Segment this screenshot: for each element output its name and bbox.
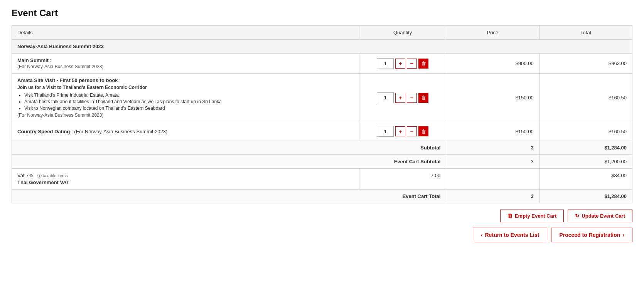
- item-name: Amata Site Visit - First 50 persons to b…: [17, 77, 118, 83]
- item-total-main-summit: $963.00: [539, 54, 632, 74]
- qty-increase-speed-dating[interactable]: +: [395, 126, 405, 136]
- vat-label: Vat 7%: [17, 173, 33, 178]
- col-header-details: Details: [12, 26, 359, 40]
- qty-decrease-speed-dating[interactable]: −: [407, 126, 417, 136]
- item-qty-cell-amata: + − 🗑: [359, 74, 446, 122]
- item-price-main-summit: $900.00: [446, 54, 539, 74]
- table-row: Amata Site Visit - First 50 persons to b…: [12, 74, 632, 122]
- nav-bar: ‹ Return to Events List Proceed to Regis…: [12, 228, 632, 242]
- event-cart-subtotal-row: Event Cart Subtotal 3 $1,200.00: [12, 155, 632, 169]
- item-total-amata: $160.50: [539, 74, 632, 122]
- item-price-speed-dating: $150.00: [446, 122, 539, 141]
- vat-price-empty: [446, 169, 539, 190]
- item-qty-cell-main-summit: + − 🗑: [359, 54, 446, 74]
- item-name: Country Speed Dating: [17, 129, 70, 134]
- item-colon: :: [70, 129, 74, 134]
- trash-icon: 🗑: [507, 213, 513, 219]
- vat-name: Thai Government VAT: [17, 180, 354, 185]
- qty-delete-main-summit[interactable]: 🗑: [418, 59, 428, 69]
- vat-total: $84.00: [539, 169, 632, 190]
- item-total-speed-dating: $160.50: [539, 122, 632, 141]
- subtotal-total: $1,284.00: [539, 141, 632, 155]
- proceed-registration-button[interactable]: Proceed to Registration ›: [551, 228, 632, 242]
- event-cart-total-row: Event Cart Total 3 $1,284.00: [12, 190, 632, 203]
- qty-increase-main-summit[interactable]: +: [395, 59, 405, 69]
- event-cart-total-label: Event Cart Total: [12, 190, 446, 203]
- refresh-icon: ↻: [575, 213, 579, 219]
- qty-decrease-amata[interactable]: −: [407, 93, 417, 103]
- event-cart-subtotal-qty: 3: [446, 155, 539, 169]
- table-row: Country Speed Dating : (For Norway-Asia …: [12, 122, 632, 141]
- item-bullets-amata: Visit Thailand's Prime Industrial Estate…: [24, 92, 354, 111]
- section-header-row: Norway-Asia Business Summit 2023: [12, 40, 632, 54]
- event-cart-total-qty: 3: [446, 190, 539, 203]
- qty-delete-speed-dating[interactable]: 🗑: [418, 126, 428, 136]
- qty-control-amata: + − 🗑: [365, 92, 440, 103]
- update-cart-button[interactable]: ↻ Update Event Cart: [568, 210, 632, 222]
- bullet-2: Amata hosts talk about facilities in Tha…: [24, 99, 354, 104]
- event-cart-subtotal-label: Event Cart Subtotal: [12, 155, 446, 169]
- section-title: Norway-Asia Business Summit 2023: [12, 40, 632, 54]
- col-header-price: Price: [446, 26, 539, 40]
- qty-input-amata[interactable]: [377, 92, 394, 103]
- empty-cart-label: Empty Event Cart: [515, 213, 556, 219]
- item-colon: :: [118, 77, 121, 83]
- qty-decrease-main-summit[interactable]: −: [407, 59, 417, 69]
- col-header-total: Total: [539, 26, 632, 40]
- item-inline-subtitle: (For Norway-Asia Business Summit 2023): [74, 129, 167, 134]
- bullet-3: Visit to Norwegian company located on Th…: [24, 106, 354, 111]
- qty-input-main-summit[interactable]: [377, 58, 394, 69]
- chevron-right-icon: ›: [622, 232, 624, 238]
- return-events-button[interactable]: ‹ Return to Events List: [473, 228, 547, 242]
- chevron-left-icon: ‹: [481, 232, 483, 238]
- bullet-1: Visit Thailand's Prime Industrial Estate…: [24, 92, 354, 98]
- qty-control-speed-dating: + − 🗑: [365, 126, 440, 137]
- qty-increase-amata[interactable]: +: [395, 93, 405, 103]
- vat-taxable: ⓘ taxable items: [37, 173, 68, 178]
- return-events-label: Return to Events List: [485, 232, 539, 238]
- vat-details: Vat 7% ⓘ taxable items Thai Government V…: [12, 169, 359, 190]
- empty-cart-button[interactable]: 🗑 Empty Event Cart: [500, 210, 564, 222]
- item-price-amata: $150.00: [446, 74, 539, 122]
- page-title: Event Cart: [12, 8, 632, 18]
- item-bold-subtitle: Join us for a Visit to Thailand's Easter…: [17, 85, 354, 90]
- item-subtitle-amata: (For Norway-Asia Business Summit 2023): [17, 112, 354, 118]
- subtotal-row: Subtotal 3 $1,284.00: [12, 141, 632, 155]
- event-cart-subtotal-total: $1,200.00: [539, 155, 632, 169]
- item-details-main-summit: Main Summit : (For Norway-Asia Business …: [12, 54, 359, 74]
- qty-input-speed-dating[interactable]: [377, 126, 394, 137]
- action-bar: 🗑 Empty Event Cart ↻ Update Event Cart: [12, 210, 632, 222]
- qty-delete-amata[interactable]: 🗑: [418, 93, 428, 103]
- proceed-registration-label: Proceed to Registration: [559, 232, 620, 238]
- qty-control-main-summit: + − 🗑: [365, 58, 440, 69]
- vat-qty: 7.00: [359, 169, 446, 190]
- event-cart-total-total: $1,284.00: [539, 190, 632, 203]
- update-cart-label: Update Event Cart: [582, 213, 625, 219]
- item-name: Main Summit: [17, 57, 49, 63]
- item-details-speed-dating: Country Speed Dating : (For Norway-Asia …: [12, 122, 359, 141]
- subtotal-label: Subtotal: [12, 141, 446, 155]
- item-qty-cell-speed-dating: + − 🗑: [359, 122, 446, 141]
- item-colon: :: [49, 57, 51, 63]
- table-row: Main Summit : (For Norway-Asia Business …: [12, 54, 632, 74]
- item-details-amata: Amata Site Visit - First 50 persons to b…: [12, 74, 359, 122]
- vat-row: Vat 7% ⓘ taxable items Thai Government V…: [12, 169, 632, 190]
- subtotal-qty: 3: [446, 141, 539, 155]
- item-subtitle: (For Norway-Asia Business Summit 2023): [17, 64, 354, 69]
- col-header-quantity: Quantity: [359, 26, 446, 40]
